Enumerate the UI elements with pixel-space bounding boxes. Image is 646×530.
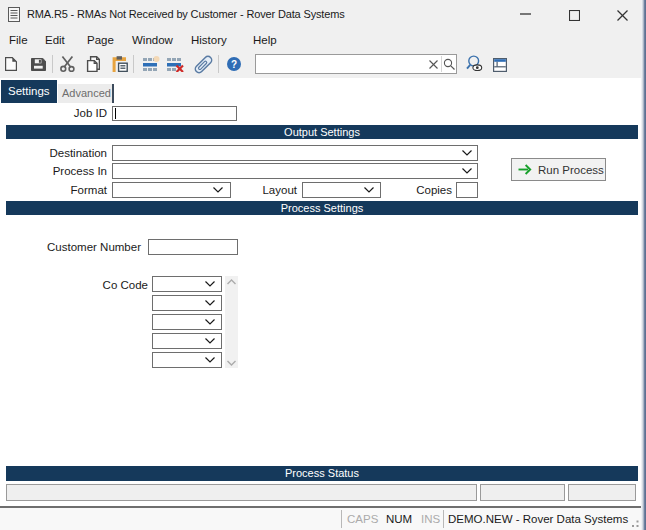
- svg-text:?: ?: [231, 59, 237, 70]
